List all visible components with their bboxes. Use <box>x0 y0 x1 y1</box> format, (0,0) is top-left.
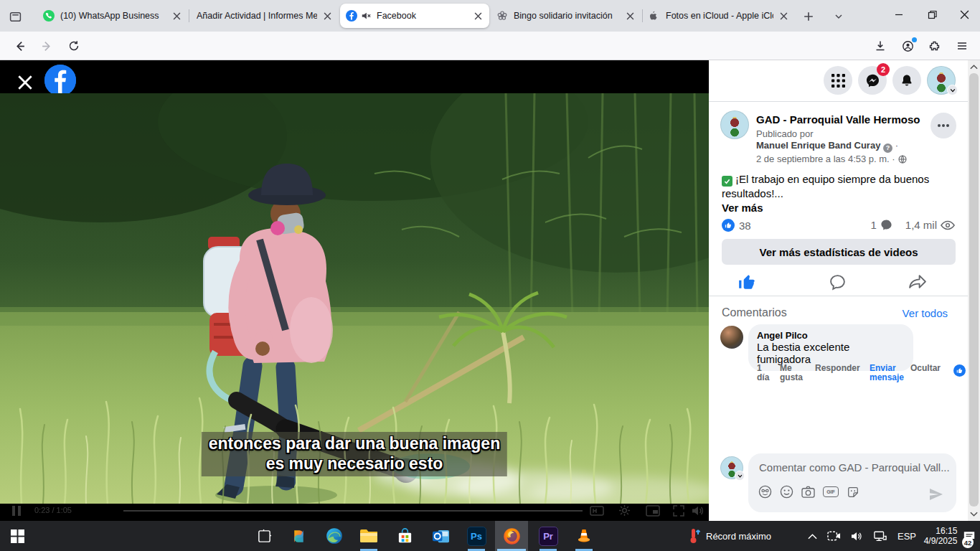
vlc-button[interactable] <box>568 521 600 551</box>
window-close-button[interactable] <box>948 0 980 29</box>
composer-avatar-chevron-icon[interactable] <box>735 471 745 481</box>
new-tab-button[interactable] <box>799 7 818 26</box>
author-row: Manuel Enrique Band Curay ? · <box>756 140 898 153</box>
downloads-icon[interactable] <box>870 36 891 56</box>
scroll-up-icon[interactable] <box>970 64 978 70</box>
comment-view-counts[interactable]: 1 1,4 mil <box>870 219 955 231</box>
meet-now-icon[interactable] <box>824 521 844 551</box>
tab-bingo[interactable]: Bingo solidario invitación <box>491 4 641 28</box>
tab-informes[interactable]: Añadir Actividad | Informes Mens <box>189 4 339 28</box>
video-subtitles: entonces para dar una buena imagen es mu… <box>202 432 507 476</box>
edge-button[interactable] <box>319 521 350 551</box>
commenter-name[interactable]: Angel Pilco <box>757 330 905 341</box>
apps-grid-button[interactable] <box>824 66 852 95</box>
tab-whatsapp[interactable]: (10) WhatsApp Business <box>37 4 188 28</box>
composer-placeholder[interactable]: Comentar como GAD - Parroquial Vall... <box>759 461 950 474</box>
see-more-link[interactable]: Ver más <box>722 202 763 214</box>
page-avatar[interactable] <box>720 110 749 139</box>
tray-expand-chevron-icon[interactable] <box>804 521 821 551</box>
comment-time[interactable]: 1 día <box>757 364 770 382</box>
premiere-button[interactable]: Pr <box>532 521 564 551</box>
tab-close-icon[interactable] <box>624 10 636 22</box>
reload-button[interactable] <box>63 36 85 56</box>
clock[interactable]: 16:15 4/9/2025 <box>921 521 960 551</box>
fullscreen-icon[interactable] <box>673 505 684 517</box>
author-link[interactable]: Manuel Enrique Band Curay <box>756 140 880 151</box>
extensions-icon[interactable] <box>924 36 946 56</box>
avatar-sticker-icon[interactable] <box>758 485 772 499</box>
post-more-button[interactable] <box>930 113 956 138</box>
windows-logo-icon <box>11 529 24 543</box>
forward-button[interactable] <box>36 36 57 56</box>
tab-manager-icon[interactable] <box>6 7 24 26</box>
account-icon[interactable] <box>897 36 918 56</box>
video-close-icon[interactable] <box>16 73 34 92</box>
language-indicator[interactable]: ESP <box>894 521 920 551</box>
window-restore-button[interactable] <box>916 0 948 29</box>
pause-icon[interactable] <box>11 505 22 517</box>
tab-close-icon[interactable] <box>472 10 484 22</box>
video-progress-bar[interactable] <box>123 510 583 512</box>
firefox-button-active[interactable] <box>495 521 528 551</box>
tab-title: Facebook <box>377 11 468 21</box>
page-scrollbar[interactable] <box>968 60 980 521</box>
comment-composer[interactable]: Comentar como GAD - Parroquial Vall... G… <box>748 453 956 512</box>
back-button[interactable] <box>9 36 30 56</box>
scrollbar-thumb[interactable] <box>969 73 979 507</box>
window-minimize-button[interactable] <box>883 0 915 29</box>
composer-toolbar: GIF <box>758 485 859 499</box>
volume-tray-icon[interactable] <box>847 521 867 551</box>
action-center-button[interactable]: 42 <box>958 521 980 551</box>
tab-facebook-active[interactable]: Facebook <box>340 4 489 28</box>
tab-icloud[interactable]: Fotos en iCloud - Apple iClou <box>643 4 795 28</box>
like-action-button[interactable] <box>738 273 756 294</box>
facebook-logo[interactable] <box>44 65 76 96</box>
comment-reply-link[interactable]: Responder <box>815 364 860 373</box>
comment-send-message-link[interactable]: Enviar mensaje <box>870 364 905 382</box>
comment-like-badge-icon[interactable] <box>953 364 966 377</box>
task-view-button[interactable] <box>248 521 280 551</box>
share-action-button[interactable] <box>908 273 928 293</box>
comment-like-link[interactable]: Me gusta <box>780 364 804 382</box>
comment-action-button[interactable] <box>829 273 847 294</box>
pip-icon[interactable] <box>646 505 660 517</box>
weather-thermometer-icon[interactable] <box>686 521 705 551</box>
see-all-comments-link[interactable]: Ver todos <box>903 307 948 319</box>
emoji-icon[interactable] <box>780 485 793 499</box>
hd-quality-icon[interactable] <box>590 505 604 517</box>
sticker-icon[interactable] <box>847 486 859 499</box>
tab-title: (10) WhatsApp Business <box>60 11 166 21</box>
gif-icon[interactable]: GIF <box>823 486 839 497</box>
profile-chevron-icon[interactable] <box>947 85 958 95</box>
outlook-button[interactable] <box>425 521 456 551</box>
send-comment-icon[interactable] <box>929 488 943 501</box>
weather-status[interactable]: Récord máximo <box>706 521 792 551</box>
tab-close-icon[interactable] <box>778 10 789 22</box>
start-button[interactable] <box>0 521 34 551</box>
commenter-avatar[interactable] <box>720 326 743 349</box>
scroll-down-icon[interactable] <box>970 512 978 517</box>
post-timestamp[interactable]: 2 de septiembre a las 4:53 p. m. · <box>756 154 895 164</box>
copilot-button[interactable] <box>283 521 314 551</box>
notifications-button[interactable] <box>892 66 921 95</box>
messenger-button[interactable]: 2 <box>858 66 887 95</box>
comment-hide-link[interactable]: Ocultar <box>910 364 941 373</box>
settings-gear-icon[interactable] <box>618 504 631 517</box>
camera-icon[interactable] <box>801 486 815 498</box>
tab-close-icon[interactable] <box>171 10 182 22</box>
tab-list-chevron-icon[interactable] <box>829 7 848 26</box>
volume-icon[interactable] <box>692 505 705 517</box>
store-button[interactable] <box>389 521 420 551</box>
subtitle-line-2: es muy necesario esto <box>209 453 500 474</box>
tab-close-icon[interactable] <box>321 10 333 22</box>
comments-title: Comentarios <box>722 306 787 319</box>
video-stats-button[interactable]: Ver más estadísticas de videos <box>722 239 956 265</box>
like-count-row[interactable]: 38 <box>722 219 751 232</box>
file-explorer-button[interactable] <box>353 521 385 551</box>
video-player[interactable]: entonces para dar una buena imagen es mu… <box>0 60 709 521</box>
menu-hamburger-icon[interactable] <box>951 36 973 56</box>
network-icon[interactable] <box>870 521 891 551</box>
page-name-link[interactable]: GAD - Parroquial Valle Hermoso <box>756 113 920 126</box>
photoshop-button[interactable]: Ps <box>461 521 492 551</box>
tab-mute-icon[interactable] <box>361 11 371 21</box>
